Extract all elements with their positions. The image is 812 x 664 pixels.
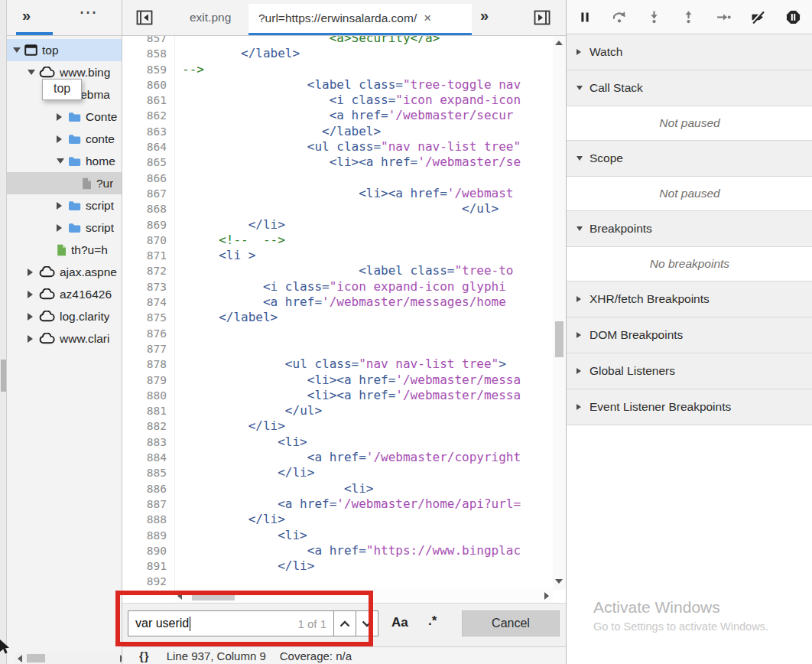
scrollbar-thumb[interactable] (1, 360, 6, 392)
tree-item-log-clarity[interactable]: log.clarity (7, 305, 122, 327)
scroll-right-icon[interactable] (544, 592, 549, 600)
tree-item-ur[interactable]: ?ur (7, 172, 122, 194)
editor-horizontal-scrollbar[interactable] (175, 588, 553, 603)
section-watch[interactable]: Watch (567, 34, 812, 70)
pretty-print-icon[interactable]: {} (139, 649, 150, 662)
scrollbar-thumb[interactable] (27, 654, 45, 662)
next-match-button[interactable] (356, 610, 378, 636)
tree-item-conte[interactable]: Conte (7, 106, 122, 128)
scroll-down-icon[interactable] (555, 579, 563, 584)
more-tabs-icon[interactable]: » (480, 7, 489, 24)
deactivate-breakpoints-icon[interactable] (749, 9, 766, 24)
section-event-listener-breakpoints[interactable]: Event Listener Breakpoints (567, 389, 812, 425)
sidebar-vertical-scrollbar[interactable] (0, 0, 7, 664)
disclosure-collapsed-icon[interactable] (28, 291, 37, 298)
line-number[interactable]: 862 (122, 108, 174, 123)
step-out-icon[interactable] (680, 9, 697, 24)
disclosure-collapsed-icon[interactable] (28, 335, 37, 343)
line-number[interactable]: 869 (122, 217, 174, 233)
line-number[interactable]: 858 (122, 46, 174, 61)
step-into-icon[interactable] (645, 9, 662, 24)
tree-item-az416426[interactable]: az416426 (7, 283, 122, 305)
step-icon[interactable] (715, 9, 732, 24)
show-drawer-icon[interactable] (534, 10, 551, 28)
scroll-up-icon[interactable] (555, 41, 563, 45)
pause-icon[interactable] (577, 9, 593, 24)
line-number[interactable]: 865 (122, 155, 174, 170)
code-lines[interactable]: 857<a>Security</a>858</label>859-->860<l… (122, 31, 553, 590)
line-number[interactable]: 884 (122, 450, 174, 465)
line-number[interactable]: 889 (122, 528, 174, 543)
scrollbar-thumb[interactable] (555, 321, 564, 357)
section-scope[interactable]: Scope (567, 141, 812, 177)
cancel-button[interactable]: Cancel (462, 610, 560, 636)
line-number[interactable]: 882 (122, 418, 174, 434)
scroll-left-icon[interactable] (18, 655, 22, 662)
line-number[interactable]: 890 (122, 543, 174, 558)
line-number[interactable]: 870 (122, 233, 174, 248)
editor-vertical-scrollbar[interactable] (553, 36, 566, 590)
section-global-listeners[interactable]: Global Listeners (567, 353, 812, 389)
step-over-icon[interactable] (611, 9, 628, 24)
line-number[interactable]: 875 (122, 310, 174, 325)
section-xhr-fetch-breakpoints[interactable]: XHR/fetch Breakpoints (567, 282, 812, 317)
line-number[interactable]: 877 (122, 341, 174, 356)
line-number[interactable]: 887 (122, 496, 174, 512)
previous-match-button[interactable] (333, 610, 356, 636)
tree-item-top[interactable]: top (7, 39, 122, 61)
line-number[interactable]: 883 (122, 435, 174, 450)
line-number[interactable]: 866 (122, 171, 174, 186)
tree-item-conte[interactable]: conte (7, 128, 122, 150)
line-number[interactable]: 873 (122, 279, 174, 295)
disclosure-collapsed-icon[interactable] (28, 313, 37, 321)
tree-item-script[interactable]: script (7, 216, 122, 239)
match-case-button[interactable]: Aa (391, 615, 408, 630)
close-tab-icon[interactable]: × (424, 11, 431, 26)
line-number[interactable]: 859 (122, 62, 174, 77)
hide-navigator-icon[interactable] (136, 10, 153, 28)
disclosure-expanded-icon[interactable] (28, 70, 37, 75)
regex-button[interactable]: .* (428, 614, 437, 629)
line-number[interactable]: 860 (122, 77, 174, 93)
tab-exit-png[interactable]: exit.png (176, 0, 245, 35)
line-number[interactable]: 880 (122, 388, 174, 403)
search-input[interactable]: var userid 1 of 1 (128, 610, 334, 636)
line-number[interactable]: 871 (122, 248, 174, 263)
section-dom-breakpoints[interactable]: DOM Breakpoints (567, 317, 812, 353)
tree-item-ajax-aspne[interactable]: ajax.aspne (7, 261, 122, 283)
line-number[interactable]: 888 (122, 512, 174, 527)
disclosure-collapsed-icon[interactable] (57, 224, 67, 232)
tree-item-th-u-h[interactable]: th?u=h (7, 239, 122, 261)
pause-on-exceptions-icon[interactable] (784, 9, 801, 24)
line-number[interactable]: 885 (122, 465, 174, 480)
line-number[interactable]: 881 (122, 403, 174, 418)
tree-item-script[interactable]: script (7, 194, 122, 216)
more-tabs-icon[interactable]: » (22, 7, 31, 24)
line-number[interactable]: 892 (122, 574, 174, 589)
disclosure-collapsed-icon[interactable] (28, 269, 37, 276)
disclosure-expanded-icon[interactable] (13, 47, 23, 53)
tab-active-url[interactable]: ?url=https://erwinsalarda.com/ × (248, 4, 472, 35)
disclosure-collapsed-icon[interactable] (57, 202, 67, 210)
line-number[interactable]: 878 (122, 356, 174, 372)
line-number[interactable]: 864 (122, 139, 174, 155)
line-number[interactable]: 874 (122, 295, 174, 310)
line-number[interactable]: 867 (122, 186, 174, 201)
sidebar-horizontal-scrollbar[interactable] (14, 653, 122, 664)
overflow-menu-icon[interactable]: ⋯ (79, 2, 99, 23)
section-call-stack[interactable]: Call Stack (567, 70, 812, 106)
tree-item-www-clari[interactable]: www.clari (7, 327, 122, 350)
line-number[interactable]: 876 (122, 326, 174, 341)
disclosure-collapsed-icon[interactable] (57, 113, 67, 121)
disclosure-collapsed-icon[interactable] (57, 135, 67, 143)
line-number[interactable]: 868 (122, 201, 174, 216)
section-breakpoints[interactable]: Breakpoints (567, 211, 812, 247)
scrollbar-thumb[interactable] (192, 591, 235, 601)
line-number[interactable]: 886 (122, 481, 174, 496)
line-number[interactable]: 863 (122, 124, 174, 139)
line-number[interactable]: 872 (122, 263, 174, 278)
tree-item-home[interactable]: home (7, 150, 122, 172)
disclosure-expanded-icon[interactable] (57, 158, 67, 164)
scroll-left-icon[interactable] (177, 592, 182, 600)
line-number[interactable]: 879 (122, 373, 174, 388)
